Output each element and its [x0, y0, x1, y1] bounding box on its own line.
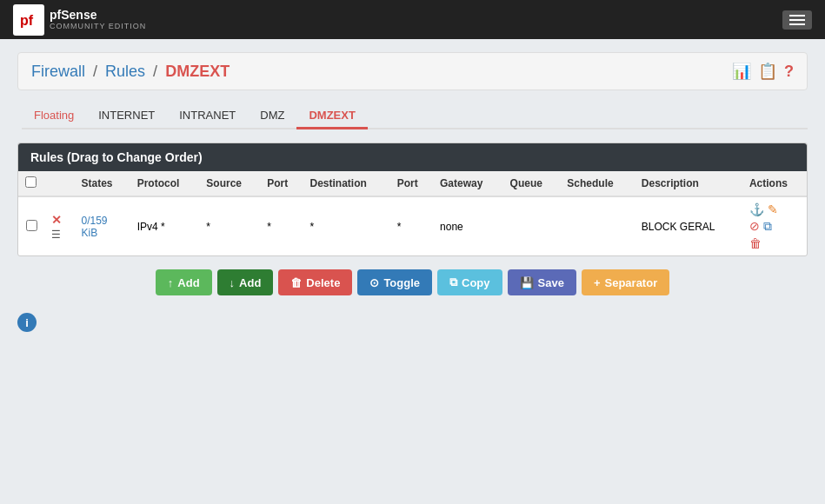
add-top-label: Add: [177, 276, 199, 289]
brand-name: pfSense: [50, 9, 146, 22]
header-source: Source: [199, 171, 260, 196]
breadcrumb-bar: Firewall / Rules / DMZEXT 📊 📋 ?: [17, 52, 808, 90]
separator-label: Separator: [605, 276, 658, 289]
rules-panel: Rules (Drag to Change Order) States Prot…: [17, 143, 808, 256]
info-icon[interactable]: i: [17, 313, 37, 332]
delete-button[interactable]: 🗑 Delete: [278, 269, 352, 295]
header-protocol: Protocol: [130, 171, 200, 196]
logo: pf: [13, 4, 44, 36]
copy-action-icon[interactable]: ✎: [768, 202, 778, 216]
copy-button[interactable]: ⧉ Copy: [437, 269, 502, 295]
row-schedule-cell: [560, 196, 634, 255]
toggle-icon: ⊙: [369, 276, 379, 289]
header-queue: Queue: [503, 171, 561, 196]
toggle-label: Toggle: [383, 276, 420, 289]
brand-subtitle: COMMUNITY EDITION: [50, 22, 146, 30]
save-icon: 💾: [520, 276, 534, 289]
row-source-port-cell: *: [260, 196, 303, 255]
breadcrumb-icons: 📊 📋 ?: [732, 62, 794, 81]
tabs: Floating INTERNET INTRANET DMZ DMZEXT: [22, 103, 808, 129]
delete-label: Delete: [306, 276, 340, 289]
edit-icon[interactable]: ⚓: [749, 202, 764, 216]
header-actions: Actions: [742, 171, 807, 196]
clone-icon[interactable]: ⧉: [763, 219, 772, 234]
delete-icon: 🗑: [290, 276, 302, 289]
add-top-button[interactable]: ↑ Add: [156, 269, 212, 295]
row-icon-cell: ✕ ☰: [44, 196, 75, 255]
row-protocol-cell: IPv4 *: [130, 196, 200, 255]
separator-button[interactable]: + Separator: [582, 269, 669, 295]
separator-icon: +: [594, 276, 601, 289]
save-label: Save: [538, 276, 564, 289]
hamburger-button[interactable]: [782, 10, 812, 30]
breadcrumb-current: DMZEXT: [165, 63, 230, 80]
tab-dmzext[interactable]: DMZEXT: [296, 103, 367, 129]
list-rule-icon: ☰: [51, 229, 61, 241]
tab-intranet[interactable]: INTRANET: [167, 103, 248, 129]
header-icons-col: [44, 171, 75, 196]
add-bottom-label: Add: [239, 276, 261, 289]
row-source-cell: *: [199, 196, 260, 255]
main-content: Firewall / Rules / DMZEXT 📊 📋 ? Floating…: [0, 39, 825, 345]
row-states-cell: 0/159 KiB: [75, 196, 130, 255]
states-link[interactable]: 0/159: [82, 215, 108, 227]
toggle-button[interactable]: ⊙ Toggle: [357, 269, 432, 295]
row-dest-port-cell: *: [390, 196, 433, 255]
tab-internet[interactable]: INTERNET: [86, 103, 167, 129]
add-top-icon: ↑: [168, 276, 174, 289]
row-queue-cell: [503, 196, 561, 255]
button-row: ↑ Add ↓ Add 🗑 Delete ⊙ Toggle ⧉ Copy 💾 S…: [17, 256, 808, 308]
rules-header: Rules (Drag to Change Order): [18, 143, 807, 171]
navbar: pf pfSense COMMUNITY EDITION: [0, 0, 825, 39]
list-icon[interactable]: 📋: [758, 62, 777, 81]
brand: pf pfSense COMMUNITY EDITION: [13, 4, 146, 36]
add-bottom-icon: ↓: [230, 276, 236, 289]
row-description-cell: BLOCK GERAL: [635, 196, 742, 255]
header-destination: Destination: [303, 171, 389, 196]
breadcrumb: Firewall / Rules / DMZEXT: [31, 63, 230, 81]
breadcrumb-rules[interactable]: Rules: [105, 63, 145, 80]
table-row: ✕ ☰ 0/159 KiB IPv4 * * * * * none: [18, 196, 807, 255]
tab-dmz[interactable]: DMZ: [248, 103, 296, 129]
rules-table: States Protocol Source Port Destination …: [18, 171, 807, 255]
header-states: States: [75, 171, 130, 196]
copy-icon: ⧉: [449, 275, 457, 289]
header-dest-port: Port: [390, 171, 433, 196]
save-button[interactable]: 💾 Save: [508, 269, 576, 295]
select-all-checkbox[interactable]: [25, 176, 37, 188]
row-actions-cell: ⚓ ✎ ⊘ ⧉ 🗑: [742, 196, 807, 255]
row-checkbox-cell: [18, 196, 44, 255]
header-schedule: Schedule: [560, 171, 634, 196]
table-header-row: States Protocol Source Port Destination …: [18, 171, 807, 196]
add-bottom-button[interactable]: ↓ Add: [217, 269, 274, 295]
row-gateway-cell: none: [433, 196, 503, 255]
header-source-port: Port: [260, 171, 303, 196]
svg-text:pf: pf: [20, 13, 34, 28]
tab-floating[interactable]: Floating: [22, 103, 86, 129]
help-icon[interactable]: ?: [784, 63, 794, 81]
header-gateway: Gateway: [433, 171, 503, 196]
row-checkbox[interactable]: [26, 220, 37, 231]
delete-row-icon[interactable]: 🗑: [749, 236, 762, 250]
breadcrumb-sep2: /: [153, 63, 157, 80]
header-checkbox-col: [18, 171, 44, 196]
header-description: Description: [635, 171, 742, 196]
chart-icon[interactable]: 📊: [732, 62, 751, 81]
row-destination-cell: *: [303, 196, 389, 255]
disable-icon[interactable]: ⊘: [749, 219, 760, 234]
breadcrumb-firewall[interactable]: Firewall: [31, 63, 85, 80]
breadcrumb-sep1: /: [93, 63, 97, 80]
states-kib-link[interactable]: KiB: [82, 227, 98, 239]
copy-label: Copy: [462, 276, 490, 289]
block-icon: ✕: [51, 213, 62, 227]
